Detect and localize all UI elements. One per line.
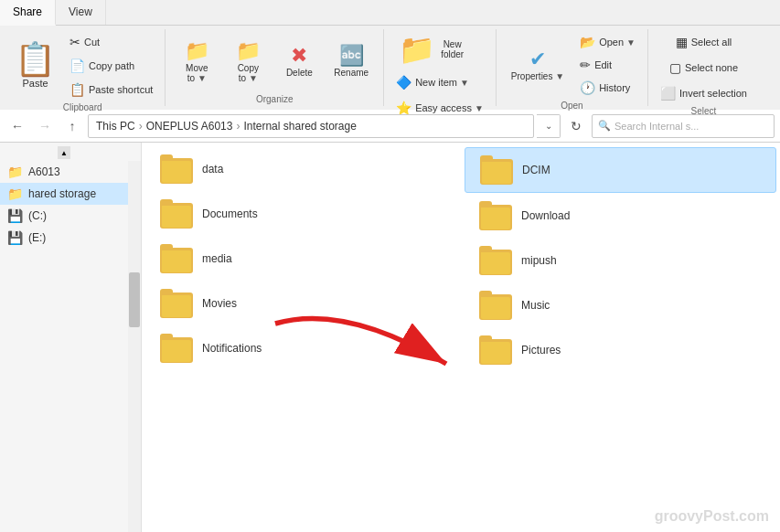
history-label: History — [599, 82, 630, 93]
copy-to-button[interactable]: 📁 Copyto ▼ — [224, 37, 272, 87]
breadcrumb-dropdown[interactable]: ⌄ — [537, 114, 561, 138]
open-content: ✔ Properties ▼ 📂 Open ▼ ✏ Edit 🕐 History — [504, 31, 640, 99]
paste-icon: 📋 — [15, 43, 56, 76]
copy-to-icon: 📁 — [236, 41, 261, 61]
edit-label: Edit — [594, 59, 612, 70]
file-item-mipush[interactable]: mipush — [465, 239, 776, 282]
sidebar-item-e[interactable]: 💾 (E:) — [0, 227, 128, 249]
organize-label: Organize — [256, 94, 294, 104]
cut-button[interactable]: ✂ Cut — [65, 31, 157, 53]
sidebar-label-e: (E:) — [28, 231, 46, 244]
search-icon: 🔍 — [598, 120, 611, 132]
scroll-up-btn[interactable]: ▲ — [58, 146, 70, 159]
file-name-dcim: DCIM — [522, 164, 550, 176]
file-column-left: data Documents media — [142, 146, 461, 373]
file-name-movies: Movies — [202, 297, 237, 310]
ribbon-body: 📋 Paste ✂ Cut 📄 Copy path 📋 Paste shortc… — [0, 26, 780, 110]
open-sub-group: 📂 Open ▼ ✏ Edit 🕐 History — [575, 31, 640, 99]
file-list: data Documents media — [142, 143, 780, 532]
folder-icon-mipush — [479, 246, 512, 275]
tab-share[interactable]: Share — [0, 0, 56, 26]
file-item-data[interactable]: data — [145, 147, 457, 191]
file-item-movies[interactable]: Movies — [145, 282, 457, 325]
folder-icon-data — [160, 154, 193, 184]
easy-access-label: Easy access ▼ — [415, 102, 484, 113]
organize-content: 📁 Moveto ▼ 📁 Copyto ▼ ✖ Delete 🔤 Rename — [173, 31, 376, 92]
cut-label: Cut — [84, 37, 100, 48]
ribbon-tab-bar: Share View — [0, 0, 780, 26]
history-icon: 🕐 — [580, 80, 595, 95]
delete-icon: ✖ — [291, 46, 307, 66]
move-to-icon: 📁 — [185, 41, 209, 61]
paste-shortcut-label: Paste shortcut — [89, 84, 153, 95]
file-item-music[interactable]: Music — [465, 283, 776, 327]
file-item-pictures[interactable]: Pictures — [465, 328, 776, 372]
breadcrumb-this-pc[interactable]: This PC — [96, 120, 135, 133]
paste-shortcut-button[interactable]: 📋 Paste shortcut — [65, 79, 157, 101]
file-item-notifications[interactable]: Notifications — [145, 326, 457, 370]
file-name-data: data — [202, 163, 223, 176]
breadcrumb-bar[interactable]: This PC › ONEPLUS A6013 › Internal share… — [88, 114, 534, 138]
sidebar-item-c[interactable]: 💾 (C:) — [0, 205, 128, 227]
paste-label: Paste — [22, 78, 48, 89]
up-button[interactable]: ↑ — [60, 114, 84, 138]
move-to-button[interactable]: 📁 Moveto ▼ — [173, 37, 220, 87]
folder-icon-download — [479, 201, 512, 230]
ribbon: Share View 📋 Paste ✂ Cut 📄 Copy path — [0, 0, 780, 110]
folder-icon-dcim — [480, 155, 513, 185]
ribbon-group-open: ✔ Properties ▼ 📂 Open ▼ ✏ Edit 🕐 History — [497, 29, 648, 106]
paste-shortcut-icon: 📋 — [69, 82, 85, 97]
properties-label: Properties ▼ — [511, 71, 564, 81]
file-item-dcim[interactable]: DCIM — [465, 147, 776, 193]
select-all-label: Select all — [691, 37, 732, 48]
folder-icon-documents — [160, 199, 193, 229]
open-button[interactable]: 📂 Open ▼ — [575, 31, 640, 53]
file-name-music: Music — [521, 299, 550, 312]
clipboard-content: 📋 Paste ✂ Cut 📄 Copy path 📋 Paste shortc… — [7, 31, 157, 101]
select-none-button[interactable]: ▢ Select none — [665, 57, 743, 79]
cut-icon: ✂ — [69, 35, 80, 49]
rename-button[interactable]: 🔤 Rename — [326, 42, 376, 81]
delete-button[interactable]: ✖ Delete — [275, 42, 323, 81]
copy-to-label: Copyto ▼ — [238, 63, 259, 83]
file-name-media: media — [202, 252, 232, 265]
file-item-documents[interactable]: Documents — [145, 192, 457, 236]
copy-path-label: Copy path — [89, 60, 134, 71]
refresh-button[interactable]: ↻ — [564, 114, 588, 138]
file-name-notifications: Notifications — [202, 342, 262, 355]
history-button[interactable]: 🕐 History — [575, 77, 640, 99]
scroll-thumb[interactable] — [129, 272, 140, 327]
copy-path-icon: 📄 — [69, 59, 85, 73]
file-name-download: Download — [521, 209, 570, 222]
select-all-button[interactable]: ▦ Select all — [671, 31, 737, 53]
invert-selection-button[interactable]: ⬜ Invert selection — [656, 82, 752, 104]
clipboard-sub: ✂ Cut 📄 Copy path 📋 Paste shortcut — [65, 31, 157, 101]
breadcrumb-oneplus[interactable]: ONEPLUS A6013 — [146, 120, 233, 133]
folder-icon-movies — [160, 289, 193, 318]
properties-button[interactable]: ✔ Properties ▼ — [504, 46, 572, 85]
search-bar[interactable]: 🔍 Search Internal s... — [592, 114, 775, 138]
edit-button[interactable]: ✏ Edit — [575, 54, 640, 76]
back-button[interactable]: ← — [5, 114, 29, 138]
copy-path-button[interactable]: 📄 Copy path — [65, 55, 157, 77]
clipboard-label: Clipboard — [63, 102, 102, 112]
file-column-right: DCIM Download mipush — [461, 146, 780, 373]
sidebar-item-a6013[interactable]: 📁 A6013 — [0, 161, 128, 183]
paste-button[interactable]: 📋 Paste — [7, 39, 63, 92]
new-item-icon: 🔷 — [396, 75, 411, 90]
forward-button[interactable]: → — [33, 114, 57, 138]
new-item-button[interactable]: 🔷 New item ▼ — [391, 71, 488, 93]
rename-label: Rename — [334, 68, 369, 78]
file-item-download[interactable]: Download — [465, 194, 776, 238]
file-item-media[interactable]: media — [145, 237, 457, 281]
new-folder-label: Newfolder — [441, 39, 464, 59]
select-content: ▦ Select all ▢ Select none ⬜ Invert sele… — [656, 31, 752, 104]
sidebar-item-shared-storage[interactable]: 📁 hared storage — [0, 183, 128, 205]
select-all-icon: ▦ — [676, 35, 688, 49]
new-folder-button[interactable]: 📁 Newfolder — [391, 31, 471, 68]
file-name-documents: Documents — [202, 207, 258, 220]
breadcrumb-storage[interactable]: Internal shared storage — [243, 120, 356, 133]
new-content: 📁 Newfolder 🔷 New item ▼ ⭐ Easy access ▼ — [391, 31, 488, 119]
sidebar-label-a6013: A6013 — [28, 165, 60, 178]
tab-view[interactable]: View — [56, 0, 106, 25]
